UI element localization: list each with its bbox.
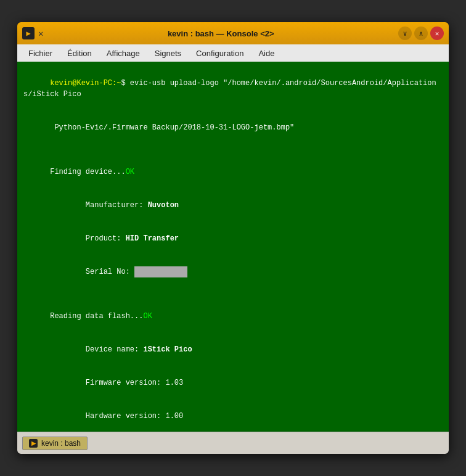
- menubar: Fichier Édition Affichage Signets Config…: [17, 44, 449, 62]
- terminal-line-manufacturer: Manufacturer: Nuvoton: [23, 189, 443, 222]
- menu-edition[interactable]: Édition: [61, 47, 98, 60]
- menu-configuration[interactable]: Configuration: [190, 47, 250, 60]
- menu-affichage[interactable]: Affichage: [100, 47, 146, 60]
- taskbar-bash-item[interactable]: ▶ kevin : bash: [22, 437, 88, 450]
- taskbar: ▶ kevin : bash: [17, 432, 449, 454]
- terminal-line-hardware: Hardware version: 1.00: [23, 400, 443, 432]
- menu-aide[interactable]: Aide: [252, 47, 280, 60]
- title-bar-left: ▶ ✕: [22, 27, 43, 39]
- terminal-blank-1: [23, 144, 443, 155]
- terminal-output[interactable]: kevin@Kevin-PC:~$ evic-usb upload-logo "…: [17, 62, 449, 432]
- taskbar-label: kevin : bash: [41, 439, 81, 448]
- taskbar-terminal-icon: ▶: [29, 439, 38, 448]
- close-button[interactable]: ✕: [430, 27, 444, 40]
- title-bar: ▶ ✕ kevin : bash — Konsole <2> ∨ ∧ ✕: [17, 22, 449, 44]
- konsole-window: ▶ ✕ kevin : bash — Konsole <2> ∨ ∧ ✕ Fic…: [17, 22, 449, 454]
- window-controls: ∨ ∧ ✕: [398, 27, 444, 40]
- terminal-line-serial: Serial No:: [23, 255, 443, 289]
- pin-icon: ✕: [38, 28, 43, 39]
- maximize-button[interactable]: ∧: [414, 27, 428, 40]
- terminal-line-product: Product: HID Transfer: [23, 222, 443, 255]
- terminal-line-1: kevin@Kevin-PC:~$ evic-usb upload-logo "…: [23, 67, 443, 111]
- terminal-line-2: Python-Evic/.Firmware Backup/2018-10-31-…: [23, 111, 443, 144]
- terminal-line-devicename: Device name: iStick Pico: [23, 333, 443, 366]
- menu-fichier[interactable]: Fichier: [22, 47, 59, 60]
- window-title: kevin : bash — Konsole <2>: [43, 29, 398, 38]
- terminal-icon: ▶: [22, 27, 35, 39]
- terminal-line-reading: Reading data flash...OK: [23, 300, 443, 333]
- terminal-blank-2: [23, 289, 443, 300]
- terminal-line-firmware: Firmware version: 1.03: [23, 366, 443, 400]
- minimize-button[interactable]: ∨: [398, 27, 412, 40]
- menu-signets[interactable]: Signets: [149, 47, 187, 60]
- terminal-line-finding: Finding device...OK: [23, 155, 443, 189]
